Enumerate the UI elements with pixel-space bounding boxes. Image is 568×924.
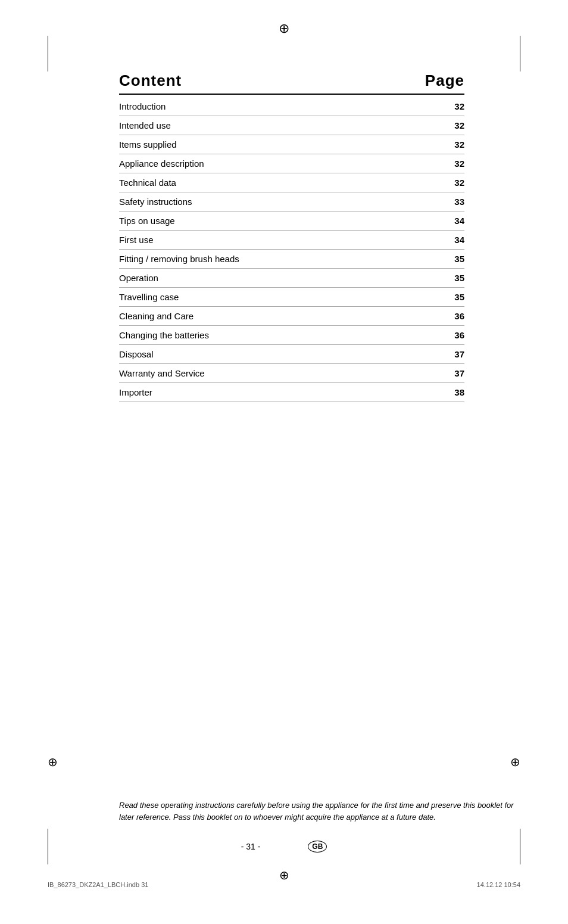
toc-item-label: Technical data <box>119 178 447 188</box>
toc-item-page: 34 <box>447 235 464 245</box>
toc-item-label: Travelling case <box>119 292 447 302</box>
toc-item-label: Disposal <box>119 349 447 359</box>
table-row: Changing the batteries36 <box>119 326 464 345</box>
crosshair-bottom-left-icon: ⊕ <box>48 755 58 769</box>
toc-item-page: 38 <box>447 387 464 397</box>
toc-item-page: 32 <box>447 120 464 130</box>
toc-item-page: 32 <box>447 139 464 150</box>
page-number-area: - 31 - GB <box>0 841 568 853</box>
toc-item-label: Changing the batteries <box>119 330 447 340</box>
table-row: Importer38 <box>119 383 464 402</box>
toc-item-label: First use <box>119 235 447 245</box>
toc-item-page: 32 <box>447 178 464 188</box>
table-row: Warranty and Service37 <box>119 364 464 383</box>
toc-item-label: Cleaning and Care <box>119 311 447 321</box>
table-row: First use34 <box>119 231 464 250</box>
table-row: Travelling case35 <box>119 288 464 307</box>
toc-item-page: 34 <box>447 216 464 226</box>
footer-right: 14.12.12 10:54 <box>477 881 520 888</box>
toc-item-page: 37 <box>447 368 464 378</box>
toc-item-page: 37 <box>447 349 464 359</box>
footer-left: IB_86273_DKZ2A1_LBCH.indb 31 <box>48 881 148 888</box>
toc-item-page: 32 <box>447 101 464 111</box>
toc-item-label: Safety instructions <box>119 197 447 207</box>
table-row: Appliance description32 <box>119 154 464 173</box>
toc-item-page: 33 <box>447 197 464 207</box>
content-area: Content Page Introduction32Intended use3… <box>119 60 464 402</box>
toc-container: Content Page Introduction32Intended use3… <box>119 71 464 402</box>
toc-item-label: Operation <box>119 273 447 283</box>
crosshair-bottom-right-icon: ⊕ <box>510 755 520 769</box>
page-number: - 31 - <box>241 842 261 851</box>
toc-item-label: Importer <box>119 387 447 397</box>
toc-page-header: Page <box>425 71 464 90</box>
toc-item-page: 35 <box>447 273 464 283</box>
margin-line-top-left <box>48 36 48 71</box>
toc-item-page: 35 <box>447 254 464 264</box>
toc-item-label: Tips on usage <box>119 216 447 226</box>
toc-title: Content <box>119 71 182 90</box>
toc-item-page: 35 <box>447 292 464 302</box>
toc-header: Content Page <box>119 71 464 95</box>
crosshair-bottom-center-icon: ⊕ <box>279 868 289 882</box>
footer-info: IB_86273_DKZ2A1_LBCH.indb 31 14.12.12 10… <box>48 881 520 888</box>
gb-badge: GB <box>308 841 327 853</box>
table-row: Fitting / removing brush heads35 <box>119 250 464 269</box>
toc-item-page: 32 <box>447 158 464 169</box>
toc-item-page: 36 <box>447 311 464 321</box>
table-row: Technical data32 <box>119 173 464 192</box>
table-row: Introduction32 <box>119 97 464 116</box>
toc-item-page: 36 <box>447 330 464 340</box>
toc-item-label: Intended use <box>119 120 447 130</box>
crosshair-top-icon: ⊕ <box>279 21 289 36</box>
table-row: Safety instructions33 <box>119 192 464 211</box>
toc-item-label: Introduction <box>119 101 447 111</box>
table-row: Items supplied32 <box>119 135 464 154</box>
toc-item-label: Fitting / removing brush heads <box>119 254 447 264</box>
page-container: ⊕ ⊕ ⊕ Content Page Introduction32Intende… <box>0 0 568 924</box>
table-row: Tips on usage34 <box>119 211 464 231</box>
bottom-disclaimer-text: Read these operating instructions carefu… <box>119 799 520 823</box>
toc-item-label: Warranty and Service <box>119 368 447 378</box>
table-row: Operation35 <box>119 269 464 288</box>
toc-item-label: Items supplied <box>119 139 447 150</box>
margin-line-top-right <box>520 36 520 71</box>
table-row: Disposal37 <box>119 345 464 364</box>
table-row: Cleaning and Care36 <box>119 307 464 326</box>
toc-rows: Introduction32Intended use32Items suppli… <box>119 97 464 402</box>
table-row: Intended use32 <box>119 116 464 135</box>
toc-item-label: Appliance description <box>119 158 447 169</box>
